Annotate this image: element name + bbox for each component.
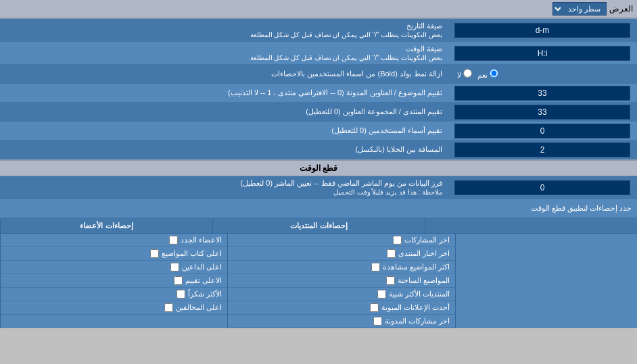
stats-label-viewed: اكثر المواضيع مشاهدة: [383, 263, 450, 271]
forum-title-count-row: تقييم الموضوع / العناوين المدونة (0 -- ا…: [0, 84, 637, 103]
cutoff-section-header: قطع الوقت: [0, 159, 637, 176]
stats-label-top-posters: اعلى الداعين: [182, 263, 222, 271]
bold-remove-row: نعم لا ازالة نمط بولد (Bold) من اسماء ال…: [0, 65, 637, 84]
time-format-row: صيغة الوقت بعض التكوينات يتطلب "/" التي …: [0, 42, 637, 65]
stats-item-blog: اخر مشاركات المدونة: [228, 315, 454, 328]
time-format-input-cell: [448, 45, 637, 62]
stats-checkbox-news[interactable]: [387, 249, 396, 258]
date-format-label: صيغة التاريخ بعض التكوينات يتطلب "/" الت…: [0, 19, 448, 41]
cutoff-label: فرز البيانات من يوم الماشر الماضي فقط --…: [0, 176, 448, 199]
stats-item-popular: المنتديات الأكثر شبية: [228, 288, 454, 301]
forum-group-count-row: تقييم المنتدى / المجموعة العناوين (0 للت…: [0, 103, 637, 122]
stats-label-most-warned: اعلى المخالفين: [176, 303, 222, 312]
stats-item-hot: المواضيع الساخنة: [228, 274, 454, 288]
stats-checkbox-blog[interactable]: [373, 317, 382, 326]
stats-item-ads: أحدث الإعلانات المبوبة: [228, 301, 454, 315]
stats-checkbox-top-writers[interactable]: [150, 249, 159, 258]
stats-col1-header: إحصاءات الأعضاء: [0, 219, 212, 233]
stats-col3: [455, 234, 637, 328]
stats-col1: الاعضاء الجدد اعلى كتاب المواضيع اعلى ال…: [0, 234, 227, 328]
radio-yes-label: نعم: [477, 69, 498, 80]
stats-checkbox-top-rated[interactable]: [174, 276, 183, 285]
forum-group-count-input-cell: [448, 103, 637, 121]
top-bar: العرض سطر واحدسطرينثلاثة أسطر: [0, 0, 637, 19]
stats-label-posts: اخر المشاركات: [404, 236, 450, 244]
radio-no-label: لا: [457, 69, 472, 80]
display-label: العرض: [609, 4, 633, 14]
stats-apply-label: حدد إحصاءات لتطبيق قطع الوقت: [0, 201, 637, 215]
stats-label-top-writers: اعلى كتاب المواضيع: [162, 249, 222, 258]
stats-checkbox-posts[interactable]: [393, 236, 402, 244]
forum-title-count-input-cell: [448, 84, 637, 102]
cell-spacing-input[interactable]: [454, 142, 630, 157]
stats-checkbox-popular[interactable]: [377, 290, 386, 298]
stats-label-new-members: الاعضاء الجدد: [181, 236, 222, 244]
user-count-row: تقييم أسماء المستخدمين (0 للتعطيل): [0, 122, 637, 140]
stats-container: إحصاءات المنتديات إحصاءات الأعضاء اخر ال…: [0, 218, 637, 328]
stats-item-viewed: اكثر المواضيع مشاهدة: [228, 261, 454, 274]
forum-group-count-label: تقييم المنتدى / المجموعة العناوين (0 للت…: [0, 105, 448, 119]
stats-label-most-thanked: الأكثر شكراً: [188, 290, 222, 298]
cutoff-input-cell: [448, 179, 637, 197]
stats-checkbox-most-thanked[interactable]: [176, 290, 185, 298]
stats-checkbox-hot[interactable]: [386, 276, 395, 285]
stats-label-ads: أحدث الإعلانات المبوبة: [381, 303, 450, 312]
forum-group-count-input[interactable]: [454, 105, 630, 120]
stats-item-most-warned: اعلى المخالفين: [1, 301, 227, 315]
stats-checkbox-top-posters[interactable]: [170, 263, 179, 271]
stats-label-blog: اخر مشاركات المدونة: [385, 317, 450, 326]
time-format-label: صيغة الوقت بعض التكوينات يتطلب "/" التي …: [0, 42, 448, 64]
stats-label-hot: المواضيع الساخنة: [398, 276, 450, 285]
radio-no[interactable]: [463, 69, 472, 78]
stats-checkbox-viewed[interactable]: [371, 263, 380, 271]
cell-spacing-label: المسافة بين الخلايا (بالبكسل): [0, 142, 448, 157]
date-format-row: صيغة التاريخ بعض التكوينات يتطلب "/" الت…: [0, 19, 637, 42]
stats-item-new-members: الاعضاء الجدد: [1, 234, 227, 247]
cutoff-row: فرز البيانات من يوم الماشر الماضي فقط --…: [0, 176, 637, 199]
time-format-input[interactable]: [454, 46, 630, 61]
date-format-input-cell: [448, 22, 637, 39]
radio-yes[interactable]: [490, 69, 498, 78]
stats-item-most-thanked: الأكثر شكراً: [1, 288, 227, 301]
forum-title-count-input[interactable]: [454, 86, 630, 101]
stats-col3-header: [425, 219, 637, 233]
stats-label-top-rated: الاعلى تقييم: [185, 276, 222, 285]
user-count-input-cell: [448, 122, 637, 140]
stats-label-news: اخر اخبار المنتدى: [398, 249, 450, 258]
stats-checkbox-most-warned[interactable]: [164, 303, 173, 312]
bold-remove-label: ازالة نمط بولد (Bold) من اسماء المستخدمي…: [0, 67, 448, 81]
stats-col2-header: إحصاءات المنتديات: [212, 219, 425, 233]
stats-item-top-writers: اعلى كتاب المواضيع: [1, 247, 227, 261]
stats-checkbox-new-members[interactable]: [169, 236, 178, 244]
stats-label-popular: المنتديات الأكثر شبية: [389, 290, 450, 298]
forum-title-count-label: تقييم الموضوع / العناوين المدونة (0 -- ا…: [0, 86, 448, 100]
stats-item-top-rated: الاعلى تقييم: [1, 274, 227, 288]
cell-spacing-row: المسافة بين الخلايا (بالبكسل): [0, 140, 637, 159]
display-dropdown[interactable]: سطر واحدسطرينثلاثة أسطر: [552, 2, 607, 16]
date-format-input[interactable]: [454, 23, 630, 38]
stats-header-row: إحصاءات المنتديات إحصاءات الأعضاء: [0, 219, 637, 234]
stats-item-news: اخر اخبار المنتدى: [228, 247, 454, 261]
stats-item-posts: اخر المشاركات: [228, 234, 454, 247]
stats-rows: اخر المشاركات اخر اخبار المنتدى اكثر الم…: [0, 234, 637, 328]
stats-checkbox-ads[interactable]: [370, 303, 379, 312]
stats-item-top-posters: اعلى الداعين: [1, 261, 227, 274]
cutoff-input[interactable]: [454, 180, 630, 195]
user-count-input[interactable]: [454, 124, 630, 138]
user-count-label: تقييم أسماء المستخدمين (0 للتعطيل): [0, 124, 448, 138]
bold-remove-radio-cell: نعم لا: [448, 68, 637, 81]
stats-apply-row: حدد إحصاءات لتطبيق قطع الوقت: [0, 199, 637, 218]
stats-col2: اخر المشاركات اخر اخبار المنتدى اكثر الم…: [227, 234, 454, 328]
cell-spacing-input-cell: [448, 141, 637, 159]
